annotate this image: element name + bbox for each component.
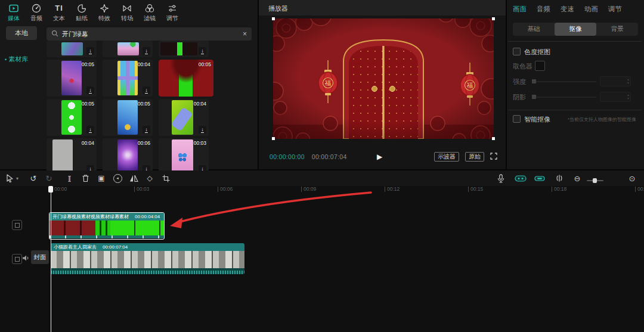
download-icon[interactable]: ↓ [199,126,206,134]
zoom-slider-knob[interactable] [593,178,597,183]
select-tool-caret-icon[interactable]: ▾ [14,173,20,183]
reverse-icon[interactable]: ◂ [113,173,122,183]
undo-icon[interactable]: ↺ [29,173,38,183]
shadow-stepper[interactable]: ▴▾ [627,93,629,100]
tab-text[interactable]: TI 文本 [48,3,70,23]
tab-audio-props[interactable]: 音频 [537,5,550,14]
media-grid-item[interactable]: ↓ [159,41,209,57]
cover-button[interactable]: 封面 [31,250,49,264]
resize-handle[interactable] [272,17,275,20]
playhead-line[interactable] [51,186,51,332]
search-bar[interactable]: 开门绿幕 × [47,27,252,41]
clip-duration-badge: 00:05 [82,101,94,107]
download-icon[interactable]: ↓ [143,47,150,55]
video-thumbnail[interactable] [172,139,193,174]
search-input[interactable]: 开门绿幕 [62,30,239,39]
tab-media[interactable]: 媒体 [2,3,25,23]
crop-icon[interactable] [161,173,171,183]
download-icon[interactable]: ↓ [143,86,150,94]
select-tool-icon[interactable] [5,173,14,183]
media-grid-item[interactable]: 00:04 ↓ [159,99,209,136]
video-thumbnail[interactable] [117,42,139,55]
subtab-keying[interactable]: 抠像 [555,23,596,36]
media-grid-item[interactable]: 00:05 ↓ [47,60,97,97]
clear-search-icon[interactable]: × [243,30,247,38]
tab-speed[interactable]: 变速 [561,5,574,14]
scope-button[interactable]: 示波器 [434,152,459,162]
strength-slider[interactable] [532,81,596,82]
timeline-clip-greenscreen[interactable]: 开门绿幕视频素材视频素材绿幕素材 00:00:04:04 [49,212,165,240]
tab-sticker[interactable]: 贴纸 [70,3,93,23]
resize-handle[interactable] [492,17,495,20]
video-thumbnail[interactable] [61,42,83,55]
playhead-handle[interactable] [48,186,53,193]
shadow-value-input[interactable]: ▴▾ [600,92,631,102]
video-thumbnail[interactable] [172,100,193,135]
main-track-magnet-icon[interactable] [514,173,527,183]
sidebar-item-local[interactable]: 本地 [6,26,37,40]
rotate-icon[interactable]: ◇ [145,173,154,183]
video-thumbnail[interactable] [52,139,73,174]
hide-track-icon[interactable] [12,220,22,230]
fullscreen-icon[interactable] [490,151,497,162]
color-picker-swatch[interactable] [535,61,545,71]
resize-handle[interactable] [272,137,275,140]
preview-video[interactable]: 福 福 [273,18,494,139]
download-icon[interactable]: ↓ [86,86,94,94]
mute-track-icon[interactable] [21,254,30,265]
media-grid-item[interactable]: 00:05 [159,60,213,97]
subtab-background[interactable]: 背景 [596,23,638,36]
zoom-out-icon[interactable]: ⊖ [572,173,582,183]
tab-picture[interactable]: 画面 [513,5,527,14]
ratio-button[interactable]: 原始 [465,152,484,162]
resize-handle[interactable] [492,137,495,140]
strength-stepper[interactable]: ▴▾ [627,77,629,85]
download-icon[interactable]: ↓ [86,126,94,134]
hide-track-icon[interactable] [12,254,22,264]
video-thumbnail[interactable] [160,42,197,55]
video-thumbnail[interactable] [117,61,138,95]
media-grid-item[interactable]: 00:05 ↓ [103,99,153,136]
media-grid-item[interactable]: ↓ [103,41,153,57]
preview-axis-icon[interactable] [555,173,564,183]
subtab-basic[interactable]: 基础 [513,23,555,36]
tab-transition[interactable]: 转场 [116,3,138,23]
delete-icon[interactable] [80,173,90,183]
sidebar-item-library[interactable]: • 素材库 [5,55,28,64]
tab-adjust[interactable]: 调节 [161,3,184,23]
fit-timeline-icon[interactable]: ⊙ [627,173,637,183]
redo-icon[interactable]: ↻ [44,173,54,183]
freeze-frame-icon[interactable]: ▣ [97,173,106,183]
video-thumbnail[interactable] [117,139,138,174]
media-grid-item[interactable]: 00:06 ↓ [103,138,153,175]
download-icon[interactable]: ↓ [143,126,150,134]
media-grid-item[interactable]: 00:04 ↓ [47,138,97,175]
download-icon[interactable]: ↓ [86,47,94,55]
video-thumbnail[interactable] [61,100,82,135]
record-voiceover-icon[interactable] [496,173,506,183]
media-grid-item[interactable]: ↓ [47,41,97,57]
timeline-zoom-slider[interactable] [587,173,603,184]
download-icon[interactable]: ↓ [199,47,206,55]
smart-key-checkbox[interactable] [513,115,521,123]
tab-effects[interactable]: 特效 [93,3,116,23]
shadow-slider[interactable] [532,97,596,98]
auto-snap-icon[interactable] [533,173,546,183]
chroma-key-checkbox[interactable] [513,48,521,55]
video-thumbnail[interactable] [61,61,82,95]
timeline-clip-main[interactable]: 小猫跟着主人回家去 00:00:07:04 [51,243,244,274]
video-thumbnail[interactable] [117,100,138,135]
strength-value-input[interactable]: ▴▾ [600,76,631,86]
media-grid-item[interactable]: 00:04 ↓ [103,60,153,97]
tab-animation[interactable]: 动画 [584,5,598,14]
play-button[interactable]: ▶ [377,153,382,161]
preview-video-art: 福 福 [273,18,494,139]
tab-audio[interactable]: 音频 [25,3,48,23]
clip-duration: 00:00:07:04 [103,244,128,250]
tab-filter[interactable]: 滤镜 [138,3,161,23]
media-grid-item[interactable]: 00:05 ↓ [47,99,97,136]
media-grid-item[interactable]: 00:03 ↓ [159,138,209,175]
tab-adjust-props[interactable]: 调节 [608,5,622,14]
mirror-icon[interactable] [129,173,138,183]
split-icon[interactable]: ][ [64,173,74,183]
